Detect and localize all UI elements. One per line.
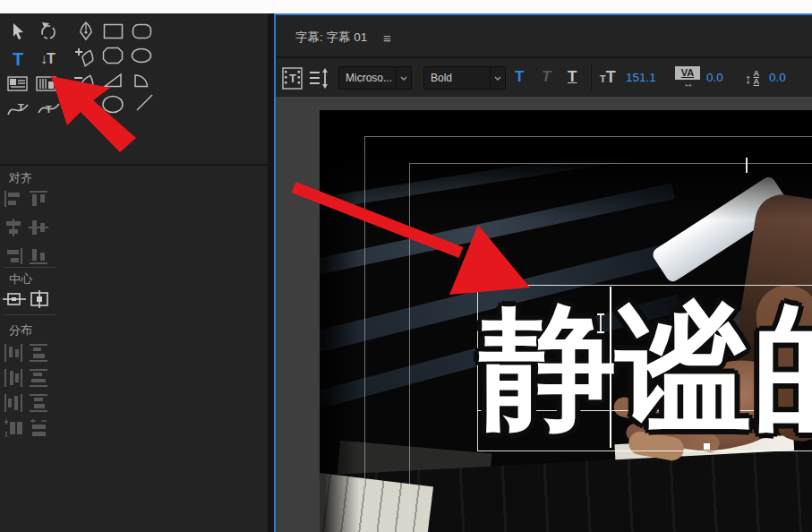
panel-tab-title[interactable]: 字幕: 字幕 01: [295, 30, 367, 46]
distribute-left-icon: [29, 343, 48, 363]
vertical-area-type-icon: [36, 76, 57, 92]
add-anchor-point-tool[interactable]: [72, 47, 97, 68]
align-left-button[interactable]: [4, 190, 23, 208]
align-center-horizontal-button[interactable]: [4, 219, 23, 236]
octagon-icon: [102, 47, 124, 64]
panel-gap: [268, 13, 274, 532]
align-bottom-button[interactable]: [29, 247, 48, 265]
pen-minus-icon: [72, 73, 97, 93]
distribute-top-button[interactable]: [4, 343, 23, 363]
font-style-select[interactable]: Bold: [423, 66, 506, 90]
vertical-type-glyph: ↓T: [40, 51, 55, 67]
vertical-path-type-tool[interactable]: T: [36, 98, 61, 119]
type-tool-glyph: T: [13, 50, 23, 68]
rounded-rectangle-tool[interactable]: [131, 22, 152, 40]
panel-menu-icon[interactable]: ≡: [383, 31, 391, 45]
delete-anchor-point-tool[interactable]: [72, 72, 97, 93]
caption-text[interactable]: 静谧的: [480, 285, 812, 450]
distribute-top-icon: [4, 343, 23, 363]
arrow-cursor-icon: [11, 22, 29, 41]
align-center-horizontal-icon: [4, 219, 23, 236]
center-section-label: 中心: [9, 271, 32, 287]
up-down-arrow-glyph: ↕: [745, 71, 752, 86]
video-frame: 静谧的: [320, 110, 812, 532]
center-horizontally-icon: [28, 290, 51, 308]
leading-value[interactable]: 0.0: [769, 71, 786, 84]
premiere-caption-editor: T ↓T T: [0, 0, 812, 532]
left-right-arrow-glyph: ↔: [675, 80, 702, 88]
rectangle-icon: [103, 23, 124, 40]
distribute-vertical-spacing-icon: [4, 418, 23, 438]
underline-button[interactable]: T: [568, 69, 577, 84]
roll-crawl-icon: [308, 68, 329, 89]
align-bottom-icon: [29, 247, 48, 265]
center-vertically-button[interactable]: [3, 290, 26, 308]
svg-text:T: T: [289, 72, 296, 85]
rectangle-tool[interactable]: [102, 22, 124, 40]
svg-text:T: T: [18, 102, 24, 113]
distribute-horizontal-spacing-button[interactable]: [29, 418, 48, 438]
circle-tool[interactable]: [100, 94, 125, 114]
rotate-icon: [38, 21, 58, 41]
wedge-tool[interactable]: [131, 70, 152, 89]
clipped-corner-rectangle-tool[interactable]: [101, 46, 124, 65]
toolbar-divider: [591, 64, 592, 91]
roll-crawl-options-button[interactable]: [308, 67, 329, 89]
pen-tool[interactable]: [75, 21, 97, 42]
center-vertically-icon: [3, 290, 26, 308]
align-middle-vertical-button[interactable]: [29, 219, 48, 236]
align-top-icon: [29, 190, 48, 208]
vertical-type-tool[interactable]: ↓T: [34, 47, 61, 71]
caption-block-button[interactable]: T: [281, 66, 303, 90]
distribute-bottom-icon: [4, 393, 23, 413]
rotation-tool[interactable]: [38, 21, 59, 42]
distribute-bottom-button[interactable]: [4, 393, 23, 413]
chevron-down-icon: [490, 67, 505, 89]
line-tool[interactable]: [134, 92, 156, 114]
wedge-icon: [132, 71, 151, 89]
area-type-tool[interactable]: [7, 75, 29, 93]
right-triangle-tool[interactable]: [102, 71, 124, 89]
ellipse-icon: [131, 47, 152, 64]
leading-icon: ↕ A A: [745, 65, 768, 90]
selection-tool[interactable]: [9, 21, 30, 42]
section-divider: [4, 314, 56, 315]
distribute-vertical-center-icon: [4, 368, 23, 388]
vertical-path-type-icon: T: [37, 99, 61, 118]
italic-button[interactable]: T: [542, 69, 551, 84]
line-icon: [135, 93, 155, 113]
text-box-handle[interactable]: [704, 443, 710, 450]
font-size-value[interactable]: 151.1: [626, 71, 656, 84]
type-tool[interactable]: T: [7, 47, 29, 71]
align-left-icon: [4, 190, 23, 208]
ellipse-tool[interactable]: [130, 47, 153, 64]
text-insertion-caret: [610, 287, 611, 448]
small-t-glyph: T: [600, 73, 606, 84]
svg-text:T: T: [46, 104, 52, 115]
kerning-value[interactable]: 0.0: [706, 71, 723, 84]
vertical-area-type-tool[interactable]: [36, 75, 57, 93]
ibeam-cursor-icon: [594, 313, 608, 334]
tools-panel: T ↓T T: [0, 13, 268, 532]
section-divider: [4, 267, 56, 268]
center-horizontally-button[interactable]: [28, 290, 51, 308]
align-top-button[interactable]: [29, 190, 48, 208]
rounded-rectangle-icon: [132, 23, 152, 40]
circle-icon: [101, 95, 124, 114]
path-type-tool[interactable]: T: [5, 98, 30, 119]
distribute-horizontal-spacing-icon: [29, 418, 48, 438]
font-size-icon: TT: [600, 68, 616, 87]
chevron-down-icon: [396, 67, 411, 89]
distribute-left-button[interactable]: [29, 343, 48, 363]
kerning-icon: VA ↔: [675, 66, 702, 90]
film-type-icon: T: [282, 67, 303, 90]
distribute-right-button[interactable]: [29, 393, 48, 413]
distribute-vertical-spacing-button[interactable]: [4, 418, 23, 438]
big-t-glyph: T: [606, 68, 616, 86]
bold-button[interactable]: T: [515, 69, 524, 84]
font-family-select[interactable]: Microso...: [338, 66, 412, 90]
align-right-button[interactable]: [4, 247, 23, 265]
distribute-horizontal-center-icon: [29, 368, 48, 388]
distribute-vertical-center-button[interactable]: [4, 368, 23, 388]
distribute-horizontal-center-button[interactable]: [29, 368, 48, 388]
